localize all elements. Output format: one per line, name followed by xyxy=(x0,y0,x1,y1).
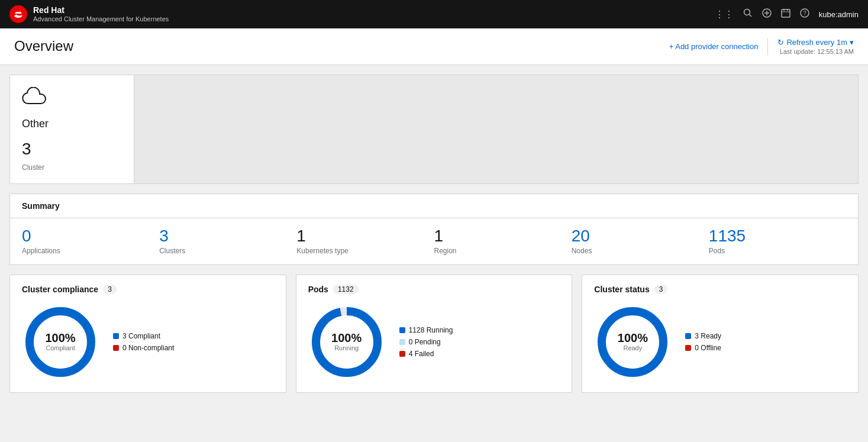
pods-legend: 1128 Running 0 Pending 4 Failed xyxy=(399,326,453,358)
non-compliant-label: 0 Non-compliant xyxy=(122,344,174,352)
summary-stats: 0 Applications 3 Clusters 1 Kubernetes t… xyxy=(10,218,858,264)
kubernetes-type-label: Kubernetes type xyxy=(296,247,420,255)
compliance-center: 100% Compliant xyxy=(45,332,75,352)
pods-value: 1135 xyxy=(709,228,832,244)
main-content: Other 3 Cluster Summary 0 Applications 3… xyxy=(0,65,868,402)
status-card-body: 100% Ready 3 Ready 0 Offline xyxy=(594,304,846,380)
offline-dot xyxy=(685,345,691,351)
pods-card-body: 100% Running 1128 Running 0 Pending xyxy=(308,304,560,380)
legend-item-offline: 0 Offline xyxy=(685,344,721,352)
compliance-title: Cluster compliance xyxy=(22,285,98,294)
clusters-label: Clusters xyxy=(159,247,282,255)
region-label: Region xyxy=(434,247,557,255)
vertical-divider xyxy=(767,38,768,55)
pods-donut: 100% Running xyxy=(308,304,385,380)
status-title: Cluster status xyxy=(594,285,649,294)
summary-header: Summary xyxy=(10,194,858,218)
search-icon[interactable] xyxy=(743,8,753,20)
status-sub: Ready xyxy=(618,344,648,352)
pods-card: Pods 1132 100% Running xyxy=(296,275,573,393)
svg-point-1 xyxy=(744,9,750,15)
page-title: Overview xyxy=(14,38,669,54)
stat-kubernetes-type: 1 Kubernetes type xyxy=(296,228,434,255)
redhat-icon xyxy=(9,5,27,23)
nodes-label: Nodes xyxy=(572,247,695,255)
compliance-card-body: 100% Compliant 3 Compliant 0 Non-complia… xyxy=(22,304,274,380)
svg-point-0 xyxy=(9,5,27,23)
stat-region: 1 Region xyxy=(434,228,572,255)
cluster-label: Cluster xyxy=(22,163,122,172)
stat-applications: 0 Applications xyxy=(22,228,159,255)
applications-label: Applications xyxy=(22,247,145,255)
applications-value: 0 xyxy=(22,228,145,244)
failed-label: 4 Failed xyxy=(409,350,434,358)
legend-item-pending: 0 Pending xyxy=(399,338,453,346)
header-icons: ⋮⋮ ? kube:admin xyxy=(715,8,859,20)
app-header: Red Hat Advanced Cluster Management for … xyxy=(0,0,868,28)
compliance-pct: 100% xyxy=(45,332,75,344)
cluster-count: 3 xyxy=(22,140,122,159)
non-compliant-dot xyxy=(113,345,119,351)
compliance-badge: 3 xyxy=(103,285,117,294)
summary-section: Summary 0 Applications 3 Clusters 1 Kube… xyxy=(9,193,859,265)
user-menu[interactable]: kube:admin xyxy=(819,10,859,19)
compliant-label: 3 Compliant xyxy=(122,332,160,340)
pending-dot xyxy=(399,339,405,345)
compliance-sub: Compliant xyxy=(45,344,75,352)
grid-icon[interactable]: ⋮⋮ xyxy=(715,9,734,20)
compliant-dot xyxy=(113,333,119,339)
add-provider-button[interactable]: + Add provider connection xyxy=(669,42,759,51)
svg-rect-6 xyxy=(782,9,790,17)
running-label: 1128 Running xyxy=(409,326,453,334)
add-icon[interactable] xyxy=(762,8,772,20)
svg-line-2 xyxy=(749,15,751,17)
status-center: 100% Ready xyxy=(618,332,648,352)
last-update-label: Last update: 12:55:13 AM xyxy=(780,48,854,55)
svg-text:?: ? xyxy=(803,10,806,17)
header-title-block: Red Hat Advanced Cluster Management for … xyxy=(33,5,169,23)
cluster-card-other[interactable]: Other 3 Cluster xyxy=(10,75,134,183)
pods-card-header: Pods 1132 xyxy=(308,285,560,294)
refresh-dropdown-icon: ▾ xyxy=(850,38,854,47)
brand-name: Red Hat xyxy=(33,5,169,15)
stat-pods: 1135 Pods xyxy=(709,228,846,255)
ready-label: 3 Ready xyxy=(695,332,721,340)
refresh-button[interactable]: ↻ Refresh every 1m ▾ xyxy=(777,38,854,47)
status-badge: 3 xyxy=(654,285,668,294)
stat-nodes: 20 Nodes xyxy=(572,228,709,255)
refresh-icon: ↻ xyxy=(777,38,784,47)
help-icon[interactable]: ? xyxy=(800,8,809,20)
calendar-icon[interactable] xyxy=(781,8,790,20)
failed-dot xyxy=(399,351,405,357)
page-header: Overview + Add provider connection ↻ Ref… xyxy=(0,28,868,65)
app-title: Advanced Cluster Management for Kubernet… xyxy=(33,15,169,23)
pods-title: Pods xyxy=(308,285,328,294)
legend-item-non-compliant: 0 Non-compliant xyxy=(113,344,174,352)
offline-label: 0 Offline xyxy=(695,344,721,352)
bottom-cards: Cluster compliance 3 100% Compliant xyxy=(9,275,859,393)
cluster-type-label: Other xyxy=(22,118,122,130)
refresh-label: Refresh every 1m xyxy=(786,38,847,47)
legend-item-ready: 3 Ready xyxy=(685,332,721,340)
running-dot xyxy=(399,327,405,333)
pods-badge: 1132 xyxy=(333,285,359,294)
pods-sub: Running xyxy=(331,344,362,352)
status-legend: 3 Ready 0 Offline xyxy=(685,332,721,352)
ready-dot xyxy=(685,333,691,339)
cluster-status-card: Cluster status 3 100% Ready xyxy=(582,275,859,393)
cluster-cards-area: Other 3 Cluster xyxy=(9,75,859,184)
cluster-compliance-card: Cluster compliance 3 100% Compliant xyxy=(9,275,286,393)
legend-item-failed: 4 Failed xyxy=(399,350,453,358)
brand-logo: Red Hat Advanced Cluster Management for … xyxy=(9,5,169,23)
compliance-donut: 100% Compliant xyxy=(22,304,99,380)
kubernetes-type-value: 1 xyxy=(296,228,420,244)
refresh-area: ↻ Refresh every 1m ▾ Last update: 12:55:… xyxy=(777,38,854,55)
compliance-card-header: Cluster compliance 3 xyxy=(22,285,274,294)
nodes-value: 20 xyxy=(572,228,695,244)
pods-label: Pods xyxy=(709,247,832,255)
legend-item-running: 1128 Running xyxy=(399,326,453,334)
pods-pct: 100% xyxy=(331,332,362,344)
region-value: 1 xyxy=(434,228,557,244)
clusters-value: 3 xyxy=(159,228,282,244)
status-card-header: Cluster status 3 xyxy=(594,285,846,294)
